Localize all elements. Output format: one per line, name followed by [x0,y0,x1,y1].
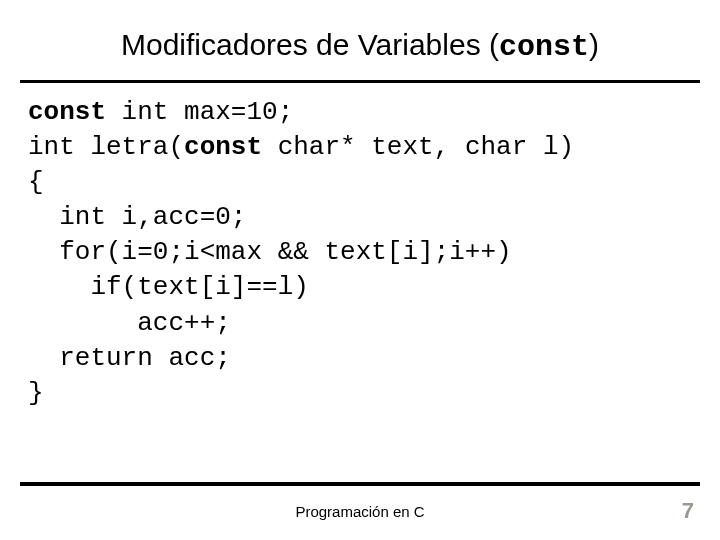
footer-title: Programación en C [0,503,720,520]
page-number: 7 [682,498,694,524]
code-line-3: int i,acc=0; [28,200,692,235]
code-line-0: const int max=10; [28,95,692,130]
code-line-4: for(i=0;i<max && text[i];i++) [28,235,692,270]
title-mono: const [499,30,589,64]
code-line-5: if(text[i]==l) [28,270,692,305]
code-line-1: int letra(const char* text, char l) [28,130,692,165]
slide: Modificadores de Variables (const) const… [0,0,720,540]
title-suffix: ) [589,28,599,61]
code-line-6: acc++; [28,306,692,341]
divider-bottom [20,482,700,486]
code-block: const int max=10; int letra(const char* … [0,83,720,411]
slide-title: Modificadores de Variables (const) [0,0,720,80]
code-text: char* text, char l) [262,132,574,162]
code-line-7: return acc; [28,341,692,376]
keyword-const: const [184,132,262,162]
keyword-const: const [28,97,106,127]
code-line-8: } [28,376,692,411]
code-text: int letra( [28,132,184,162]
code-text: int max=10; [106,97,293,127]
code-line-2: { [28,165,692,200]
title-prefix: Modificadores de Variables ( [121,28,499,61]
